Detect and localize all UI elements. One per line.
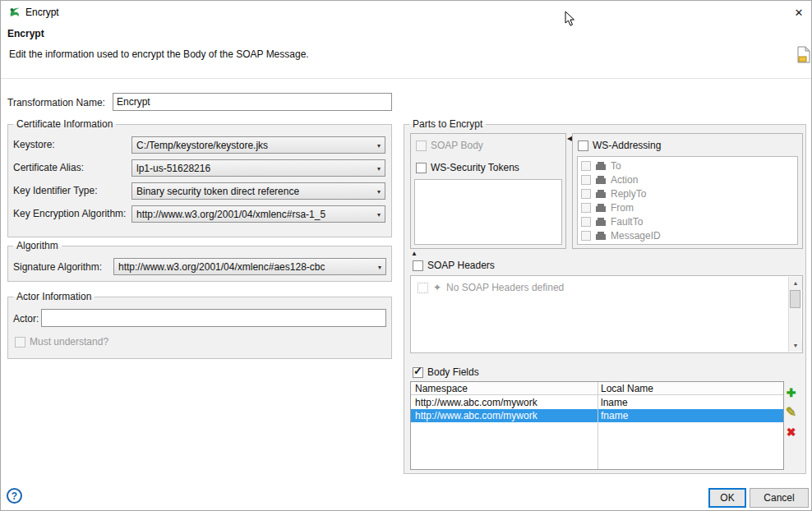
folder-icon <box>595 231 607 241</box>
ws-item-checkbox[interactable] <box>581 217 591 227</box>
soap-header-checkbox <box>418 283 428 293</box>
cancel-button[interactable]: Cancel <box>750 488 809 508</box>
chevron-down-icon: ▾ <box>377 164 381 172</box>
must-understand-label: Must understand? <box>30 336 108 348</box>
soap-headers-checkbox[interactable] <box>413 260 423 271</box>
splitter-collapse-up-icon[interactable]: ▲ <box>411 251 418 257</box>
certificate-alias-label: Certificate Alias: <box>13 162 84 173</box>
ws-addressing-item-from[interactable]: From <box>578 200 797 214</box>
app-icon <box>8 6 21 19</box>
ws-item-checkbox[interactable] <box>581 189 591 199</box>
chevron-down-icon: ▾ <box>377 187 381 195</box>
ws-item-checkbox[interactable] <box>581 231 591 241</box>
actor-information-title: Actor Information <box>13 291 95 303</box>
ws-security-tokens-checkbox[interactable] <box>416 163 427 173</box>
ws-item-label: FaultTo <box>611 216 643 228</box>
key-encryption-algorithm-label: Key Encryption Algorithm: <box>13 208 126 219</box>
chevron-down-icon: ▾ <box>377 141 381 149</box>
must-understand-checkbox[interactable] <box>15 337 25 348</box>
check-icon: ✓ <box>413 365 422 377</box>
column-header-local-name: Local Name <box>601 383 653 394</box>
key-identifier-type-value: Binary security token direct reference <box>136 186 299 197</box>
add-row-icon[interactable]: ✚ <box>784 385 798 399</box>
actor-input[interactable] <box>41 309 386 327</box>
scrollbar-track[interactable]: ▲ ▼ <box>788 277 801 352</box>
folder-icon <box>595 175 607 185</box>
title-bar[interactable]: Encrypt ✕ <box>1 1 811 24</box>
soap-body-checkbox[interactable] <box>416 140 427 151</box>
ws-addressing-item-to[interactable]: To <box>578 159 797 173</box>
ws-addressing-panel: WS-Addressing To Action ReplyTo <box>572 133 803 249</box>
folder-icon <box>595 189 607 199</box>
certificate-information-title: Certificate Information <box>13 118 116 131</box>
signature-algorithm-label: Signature Algorithm: <box>13 261 102 273</box>
folder-icon <box>595 217 607 227</box>
soap-body-checkbox-row[interactable]: SOAP Body <box>416 140 483 151</box>
encrypt-dialog: Encrypt ✕ Encrypt Edit the information u… <box>0 0 812 511</box>
soap-headers-empty-item: ✦ No SOAP Headers defined <box>418 282 564 293</box>
ws-addressing-item-faultto[interactable]: FaultTo <box>578 214 797 228</box>
key-identifier-type-combo[interactable]: Binary security token direct reference ▾ <box>131 182 385 200</box>
edit-row-icon[interactable]: ✎ <box>784 405 798 419</box>
key-encryption-algorithm-combo[interactable]: http://www.w3.org/2001/04/xmlenc#rsa-1_5… <box>131 205 385 223</box>
ws-item-checkbox[interactable] <box>581 161 591 171</box>
chevron-down-icon: ▾ <box>377 210 381 218</box>
folder-icon <box>595 203 607 213</box>
body-fields-checkbox-row[interactable]: ✓ Body Fields <box>413 366 479 378</box>
soap-headers-label: SOAP Headers <box>427 260 495 271</box>
close-icon[interactable]: ✕ <box>790 4 808 21</box>
body-fields-table: Namespace Local Name http://www.abc.com/… <box>410 381 784 470</box>
ws-addressing-item-action[interactable]: Action <box>578 173 797 186</box>
keystore-value: C:/Temp/keystore/keystore.jks <box>136 140 268 151</box>
soap-body-panel: SOAP Body WS-Security Tokens <box>410 133 566 249</box>
transformation-name-input[interactable] <box>113 93 392 111</box>
body-fields-checkbox[interactable]: ✓ <box>413 367 423 378</box>
ws-item-checkbox[interactable] <box>581 203 591 213</box>
cell-local-name: fname <box>601 410 628 421</box>
ws-item-label: From <box>611 202 634 214</box>
ws-security-tokens-list[interactable] <box>414 179 562 245</box>
scroll-up-icon[interactable]: ▲ <box>789 277 802 289</box>
cell-namespace: http://www.abc.com/mywork <box>415 410 537 421</box>
transformation-name-label: Transformation Name: <box>7 97 105 108</box>
ws-item-label: ReplyTo <box>611 188 646 200</box>
certificate-alias-value: lp1-us-51628216 <box>136 163 210 174</box>
cell-local-name: lname <box>601 397 628 408</box>
body-fields-label: Body Fields <box>427 366 479 378</box>
soap-headers-list: ✦ No SOAP Headers defined ▲ ▼ <box>410 275 803 353</box>
key-encryption-algorithm-value: http://www.w3.org/2001/04/xmlenc#rsa-1_5 <box>136 209 325 220</box>
actor-information-group: Actor Information Actor: Must understand… <box>7 297 392 359</box>
soap-headers-checkbox-row[interactable]: SOAP Headers <box>413 260 495 271</box>
ws-addressing-checkbox-row[interactable]: WS-Addressing <box>578 140 661 151</box>
parts-to-encrypt-group: Parts to Encrypt SOAP Body WS-Security T… <box>404 124 806 474</box>
certificate-alias-combo[interactable]: lp1-us-51628216 ▾ <box>131 159 385 177</box>
ws-item-label: MessageID <box>611 230 661 242</box>
column-header-namespace: Namespace <box>415 383 468 394</box>
parts-to-encrypt-title: Parts to Encrypt <box>409 118 486 131</box>
ws-addressing-item-messageid[interactable]: MessageID <box>578 228 797 242</box>
page-title: Encrypt <box>7 28 44 39</box>
ws-security-tokens-checkbox-row[interactable]: WS-Security Tokens <box>416 162 519 173</box>
ws-addressing-checkbox[interactable] <box>578 140 588 151</box>
help-icon[interactable]: ? <box>7 488 22 504</box>
ws-item-label: To <box>611 160 621 172</box>
mouse-cursor <box>565 11 575 30</box>
delete-row-icon[interactable]: ✖ <box>784 425 798 439</box>
ws-addressing-list: To Action ReplyTo From <box>577 156 798 245</box>
keystore-combo[interactable]: C:/Temp/keystore/keystore.jks ▾ <box>131 136 385 154</box>
soap-body-label: SOAP Body <box>431 140 483 151</box>
signature-algorithm-value: http://www.w3.org/2001/04/xmlenc#aes128-… <box>118 261 325 273</box>
ok-button[interactable]: OK <box>708 488 746 508</box>
chevron-down-icon: ▾ <box>378 263 381 270</box>
keystore-label: Keystore: <box>13 139 55 150</box>
scrollbar-thumb[interactable] <box>790 290 800 308</box>
ws-addressing-item-replyto[interactable]: ReplyTo <box>578 186 797 200</box>
scroll-down-icon[interactable]: ▼ <box>789 339 802 352</box>
column-divider[interactable] <box>597 382 598 469</box>
soap-headers-empty-label: No SOAP Headers defined <box>446 282 564 293</box>
window-title: Encrypt <box>25 7 59 18</box>
signature-algorithm-combo[interactable]: http://www.w3.org/2001/04/xmlenc#aes128-… <box>113 258 386 275</box>
ws-item-checkbox[interactable] <box>581 175 591 185</box>
algorithm-group: Algorithm Signature Algorithm: http://ww… <box>7 246 392 282</box>
must-understand-checkbox-row[interactable]: Must understand? <box>15 336 108 348</box>
